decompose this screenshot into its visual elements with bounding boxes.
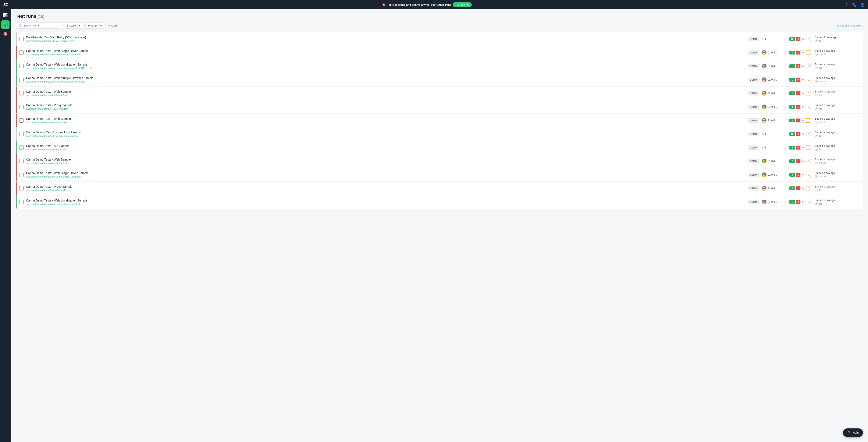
row-select-checkbox[interactable] xyxy=(19,91,24,95)
row-select-checkbox[interactable] xyxy=(19,78,24,82)
settings-icon[interactable]: 🔧 xyxy=(852,3,856,7)
row-env: DEMO xyxy=(745,64,762,68)
row-status-border xyxy=(16,32,17,46)
run-path[interactable]: qaprosoft/carina-demo/Web-Demo-Test xyxy=(26,162,67,165)
row-context-menu-button[interactable]: ⋮ xyxy=(853,186,859,191)
row-select-checkbox[interactable] xyxy=(19,146,24,150)
stat-failed: 1 xyxy=(796,51,800,55)
row-env: DEMO xyxy=(745,200,762,204)
row-context-menu-button[interactable]: ⋮ xyxy=(853,50,859,55)
run-path[interactable]: qaprosoft/carina-demo/Proxy-Demo-Test xyxy=(26,189,68,191)
platform-filter-button[interactable]: Platform ▼ xyxy=(85,23,105,29)
run-title[interactable]: Carina Demo Tests - Web Sample xyxy=(26,117,745,120)
row-platform: API xyxy=(762,132,789,136)
sidebar-item-analytics[interactable]: 📊 xyxy=(1,11,9,20)
row-select-checkbox[interactable] xyxy=(19,132,24,136)
run-path[interactable]: qaprosoft/carina-demo/Web-Demo-Single-Dr… xyxy=(26,175,81,178)
row-select-checkbox[interactable] xyxy=(19,159,24,163)
browser-filter-button[interactable]: Browser ▼ xyxy=(64,23,84,29)
run-title[interactable]: Carina Demo Tests - Web Sample xyxy=(26,158,745,161)
run-path[interactable]: qaprosoft/carina-demo/Web-Demo-Single-Dr… xyxy=(26,53,81,56)
run-path[interactable]: qaprosoft/carina-demo/Proxy-Demo-Test xyxy=(26,108,68,110)
run-title[interactable]: Carina Demo Tests - Web Sample xyxy=(26,90,745,93)
run-path[interactable]: qaprosoft/carina-demo/Web-Multiple-Brows… xyxy=(26,80,85,83)
run-title[interactable]: Carina Demo - Test Custom Jobs Params xyxy=(26,131,745,134)
row-select-checkbox[interactable] xyxy=(19,118,24,123)
more-filter-button[interactable]: + More xyxy=(107,23,119,28)
duration-value: 5s xyxy=(818,148,821,151)
run-title[interactable]: Carina Demo Tests - API Sample xyxy=(26,144,745,148)
run-path[interactable]: qaprosoft/carina-demo/Web-Demo-Test xyxy=(26,121,67,124)
row-info: Carina Demo Tests - Web Multiple Browser… xyxy=(26,76,745,83)
row-context-menu-button[interactable]: ⋮ xyxy=(853,105,859,109)
run-path[interactable]: qaprosoft/carina-demo/Web-Demo-Test xyxy=(26,94,67,96)
row-context-menu-button[interactable]: ⋮ xyxy=(853,64,859,68)
more-label: More xyxy=(111,24,118,27)
row-context-menu-button[interactable]: ⋮ xyxy=(853,118,859,123)
run-title[interactable]: Carina Demo Tests - Proxy Sample xyxy=(26,104,745,107)
topbar-promo: 🎯 Test reporting and analysis with Zebru… xyxy=(382,2,472,7)
row-time: Started a day ago 🕐 3m 13s xyxy=(815,90,853,96)
row-context-menu-button[interactable]: ⋮ xyxy=(853,172,859,177)
run-duration: 🕐 1m 20s xyxy=(815,80,853,83)
stat-aborted: 0 xyxy=(806,64,811,68)
try-for-free-button[interactable]: Try for Free xyxy=(453,2,472,7)
stat-box: 0 0 xyxy=(796,200,805,204)
table-row: Carina Demo Tests - Web Sample qaprosoft… xyxy=(16,114,863,127)
run-title[interactable]: Carina Demo Tests - Web Localization Sam… xyxy=(26,63,745,66)
help-button[interactable]: ❓ Help xyxy=(843,429,863,437)
run-title[interactable]: Carina Demo Tests - Web Single Driver Sa… xyxy=(26,171,745,175)
env-badge: DEMO xyxy=(748,173,759,177)
run-duration: 🕐 1m 13s xyxy=(815,53,853,56)
run-path[interactable]: qaprosoft/carina-demo/API-DataProvider-R… xyxy=(26,40,74,42)
show-saved-filters-button[interactable]: Show all saved filters xyxy=(837,24,863,27)
run-title[interactable]: Carina Demo Tests - Proxy Sample xyxy=(26,185,745,188)
duration-value: 1m 20s xyxy=(818,80,826,83)
row-select-checkbox[interactable] xyxy=(19,37,24,41)
row-stats: 3 1 0 0 xyxy=(789,51,815,55)
locale-badge: 🌐 en_US xyxy=(81,67,92,69)
sidebar-item-targets[interactable]: 🎯 xyxy=(1,30,9,38)
help-icon[interactable]: ? xyxy=(846,3,848,7)
row-select-checkbox[interactable] xyxy=(19,51,24,55)
stat-box: 0 0 xyxy=(796,78,805,82)
run-title[interactable]: Carina Demo Tests - Web Localization Sam… xyxy=(26,199,745,202)
row-context-menu-button[interactable]: ⋮ xyxy=(853,132,859,136)
row-context-menu-button[interactable]: ⋮ xyxy=(853,91,859,96)
api-label: API xyxy=(762,37,766,40)
user-icon[interactable]: 👤 xyxy=(860,3,865,7)
search-box[interactable]: 🔍 xyxy=(16,23,62,29)
search-input[interactable] xyxy=(24,24,60,27)
row-select-checkbox[interactable] xyxy=(19,186,24,190)
table-row: DataProvider Test With Retry (50% pass r… xyxy=(16,32,863,46)
run-title[interactable]: DataProvider Test With Retry (50% pass r… xyxy=(26,36,745,39)
row-context-menu-button[interactable]: ⋮ xyxy=(853,159,859,164)
row-select-checkbox[interactable] xyxy=(19,64,24,68)
row-select-checkbox[interactable] xyxy=(19,200,24,204)
clock-icon: 🕐 xyxy=(815,53,818,56)
row-select-checkbox[interactable] xyxy=(19,173,24,177)
row-info: DataProvider Test With Retry (50% pass r… xyxy=(26,36,745,42)
row-select-checkbox[interactable] xyxy=(19,105,24,109)
table-row: Carina Demo Tests - Web Sample qaprosoft… xyxy=(16,87,863,100)
sidebar-item-collapse[interactable]: → xyxy=(1,431,9,439)
stat-passed: 3 xyxy=(789,173,795,177)
row-context-menu-button[interactable]: ⋮ xyxy=(853,37,859,41)
row-context-menu-button[interactable]: ⋮ xyxy=(853,145,859,150)
chrome-icon xyxy=(762,172,767,177)
run-path[interactable]: qaprosoft/carina-demo/API-CustomParams-D… xyxy=(26,135,78,137)
run-path[interactable]: qaprosoft/carina-demo/API-Demo-Test xyxy=(26,148,66,151)
sidebar-item-launches[interactable]: 🚀 xyxy=(1,20,9,29)
duration-value: 2s xyxy=(818,39,821,42)
logo[interactable]: ZZ xyxy=(3,3,8,7)
row-context-menu-button[interactable]: ⋮ xyxy=(853,78,859,82)
stat-box: 1 0 xyxy=(796,173,805,177)
run-path[interactable]: qaprosoft/carina-demo/Web-Localization-D… xyxy=(26,67,80,69)
row-context-menu-button[interactable]: ⋮ xyxy=(853,200,859,204)
run-title[interactable]: Carina Demo Tests - Web Multiple Browser… xyxy=(26,76,745,80)
run-title[interactable]: Carina Demo Tests - Web Single Driver Sa… xyxy=(26,49,745,53)
row-info: Carina Demo Tests - Web Sample qaprosoft… xyxy=(26,158,745,165)
stat-passed: 1 xyxy=(789,64,795,68)
run-path[interactable]: qaprosoft/carina-demo/Web-Localization-D… xyxy=(26,203,80,205)
platform-version: 91.0.4... xyxy=(768,65,777,68)
